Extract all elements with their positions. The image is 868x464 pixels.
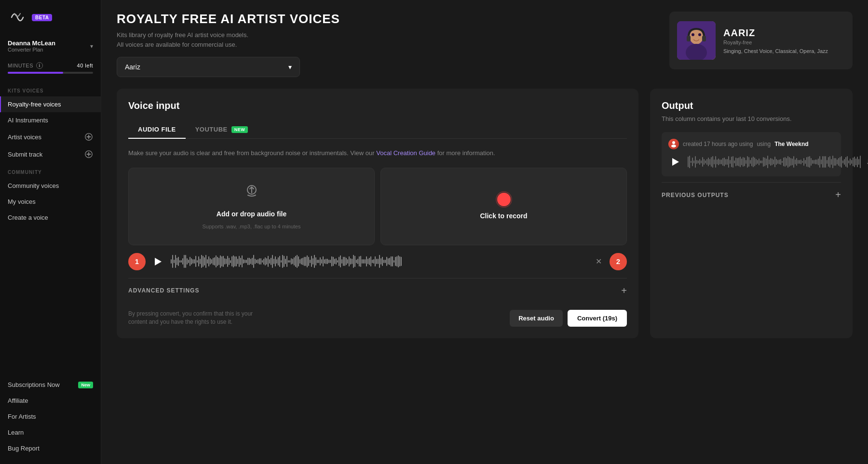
output-meta: created 17 hours ago using using The Wee…	[668, 139, 834, 149]
output-subtitle: This column contains your last 10 conver…	[662, 115, 841, 122]
reset-audio-button[interactable]: Reset audio	[510, 310, 563, 327]
output-play-button[interactable]	[668, 155, 683, 169]
sidebar-item-bug-report[interactable]: Bug Report	[0, 440, 101, 456]
advanced-settings-row[interactable]: ADVANCED SETTINGS +	[128, 278, 627, 303]
sidebar-item-artist-voices[interactable]: Artist voices	[0, 128, 101, 146]
convert-row: By pressing convert, you confirm that th…	[128, 303, 627, 327]
vocal-creation-guide-link[interactable]: Vocal Creation Guide	[376, 149, 435, 157]
artist-badge: Royalty-free	[723, 40, 828, 45]
main-content: ROYALTY FREE AI ARTIST VOICES Kits libra…	[101, 0, 868, 464]
page-subtitle-line2: All voices are available for commercial …	[117, 40, 340, 50]
add-artist-voices-icon	[84, 133, 93, 141]
record-box-title: Click to record	[480, 212, 527, 220]
upload-grid: Add or drop audio file Supports .wav, .m…	[128, 168, 627, 245]
upload-audio-box[interactable]: Add or drop audio file Supports .wav, .m…	[128, 168, 375, 245]
svg-point-11	[672, 141, 675, 144]
subscriptions-new-badge: New	[78, 382, 93, 388]
progress-bar-fill	[8, 72, 63, 74]
output-entry: created 17 hours ago using using The Wee…	[662, 132, 841, 176]
sidebar-item-subscriptions[interactable]: Subscriptions Now New	[0, 377, 101, 393]
upload-icon	[243, 184, 260, 204]
upload-box-title: Add or drop audio file	[217, 210, 286, 218]
waveform-close-button[interactable]: ✕	[594, 255, 604, 268]
tab-youtube[interactable]: YOUTUBE New	[186, 121, 258, 139]
output-actions: ⬇ ＋ 🔗	[866, 157, 868, 167]
logo-area: BETA	[0, 8, 101, 35]
sidebar-item-my-voices[interactable]: My voices	[0, 194, 101, 210]
convert-disclaimer: By pressing convert, you confirm that th…	[128, 310, 263, 326]
user-name: Deanna McLean	[8, 40, 55, 47]
artist-thumbnail	[677, 21, 716, 60]
kits-logo-icon	[8, 8, 27, 27]
minutes-count: 40 left	[77, 63, 93, 68]
record-dot-icon	[497, 193, 511, 206]
sidebar-item-learn[interactable]: Learn	[0, 424, 101, 440]
upload-svg-icon	[243, 184, 260, 201]
sidebar-item-ai-instruments[interactable]: AI Instruments	[0, 112, 101, 128]
output-title: Output	[662, 100, 841, 111]
page-subtitle-line1: Kits library of royalty free AI artist v…	[117, 30, 340, 40]
output-created-text: created 17 hours ago using	[683, 141, 753, 147]
output-artist-name: The Weeknd	[774, 141, 808, 147]
svg-rect-8	[702, 36, 706, 41]
sidebar-item-submit-track[interactable]: Submit track	[0, 146, 101, 163]
artist-info: AARIZ Royalty-free Singing, Chest Voice,…	[723, 27, 828, 54]
upload-box-subtitle: Supports .wav, .mp3, .flac up to 4 minut…	[202, 224, 300, 229]
advanced-settings-label: ADVANCED SETTINGS	[128, 287, 199, 294]
step-badge-2: 2	[610, 253, 627, 270]
sidebar-item-affiliate[interactable]: Affiliate	[0, 393, 101, 409]
convert-actions: Reset audio Convert (19s)	[510, 310, 627, 327]
page-header: ROYALTY FREE AI ARTIST VOICES Kits libra…	[117, 12, 853, 77]
content-grid: Voice input AUDIO FILE YOUTUBE New Make …	[117, 89, 853, 338]
sidebar-item-create-a-voice[interactable]: Create a voice	[0, 210, 101, 225]
convert-button[interactable]: Convert (19s)	[568, 310, 627, 327]
output-player: ⬇ ＋ 🔗	[668, 154, 834, 170]
sidebar-item-royalty-free-voices[interactable]: Royalty-free voices	[0, 96, 101, 112]
svg-rect-7	[687, 36, 691, 41]
svg-marker-10	[155, 258, 162, 265]
step-badge-1: 1	[128, 253, 146, 270]
sidebar: BETA Deanna McLean Converter Plan ▾ MINU…	[0, 0, 101, 464]
minutes-label: MINUTES ℹ 40 left	[8, 62, 93, 69]
tab-audio-file[interactable]: AUDIO FILE	[128, 121, 186, 139]
output-avatar	[668, 139, 679, 149]
voice-selector-dropdown[interactable]: Aariz ▾	[117, 57, 300, 77]
tab-instruction: Make sure your audio is clear and free f…	[128, 148, 627, 158]
artist-tags: Singing, Chest Voice, Classical, Opera, …	[723, 48, 828, 54]
progress-bar-bg	[8, 72, 93, 74]
artist-name: AARIZ	[723, 27, 828, 39]
svg-marker-13	[672, 158, 679, 166]
artist-portrait-svg	[677, 21, 716, 60]
advanced-settings-plus-icon: +	[621, 285, 627, 296]
tabs-row: AUDIO FILE YOUTUBE New	[128, 121, 627, 139]
svg-point-12	[671, 145, 676, 147]
previous-outputs-row[interactable]: PREVIOUS OUTPUTS +	[662, 182, 841, 207]
user-plan: Converter Plan	[8, 47, 55, 53]
voice-input-card: Voice input AUDIO FILE YOUTUBE New Make …	[117, 89, 638, 338]
download-icon[interactable]: ⬇	[866, 158, 868, 167]
artist-card: AARIZ Royalty-free Singing, Chest Voice,…	[669, 12, 853, 69]
page-title: ROYALTY FREE AI ARTIST VOICES	[117, 12, 340, 27]
waveform-play-button[interactable]	[151, 255, 165, 268]
youtube-new-badge: New	[231, 126, 248, 133]
previous-outputs-label: PREVIOUS OUTPUTS	[662, 192, 729, 199]
info-icon: ℹ	[36, 62, 43, 69]
output-card: Output This column contains your last 10…	[650, 89, 853, 338]
add-submit-track-icon	[84, 150, 93, 159]
previous-outputs-plus-icon: +	[835, 189, 841, 200]
artist-image	[677, 21, 716, 60]
waveform-visualization	[171, 253, 588, 270]
svg-point-6	[698, 33, 701, 36]
sidebar-item-for-artists[interactable]: For Artists	[0, 409, 101, 424]
voice-selector-value: Aariz	[125, 63, 140, 71]
sidebar-item-community-voices[interactable]: Community voices	[0, 178, 101, 194]
waveform-player-row: 1 ✕ 2	[128, 253, 627, 270]
user-profile[interactable]: Deanna McLean Converter Plan ▾	[0, 35, 101, 57]
chevron-down-icon: ▾	[288, 63, 292, 71]
record-audio-box[interactable]: Click to record	[380, 168, 627, 245]
user-info: Deanna McLean Converter Plan	[8, 40, 55, 53]
voice-input-title: Voice input	[128, 100, 627, 111]
header-left: ROYALTY FREE AI ARTIST VOICES Kits libra…	[117, 12, 340, 77]
output-waveform	[688, 154, 861, 170]
chevron-down-icon: ▾	[90, 43, 93, 50]
